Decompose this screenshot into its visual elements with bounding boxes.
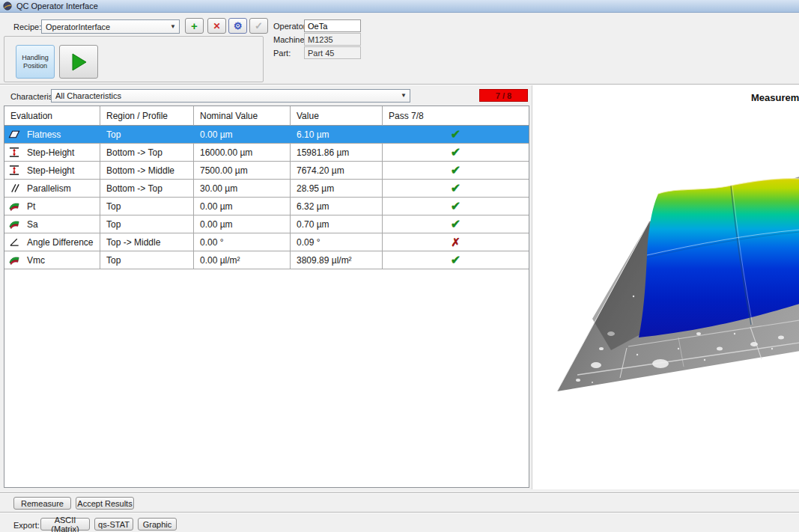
chevron-down-icon: ▼: [401, 92, 407, 99]
column-header-nominal-value[interactable]: Nominal Value: [194, 106, 291, 126]
pass-cell: ✔: [383, 144, 529, 161]
evaluation-cell: Angle Difference: [4, 233, 100, 251]
table-row-pt[interactable]: PtTop0.00 µm6.32 µm✔: [4, 198, 529, 215]
settings-button[interactable]: ⚙: [228, 18, 247, 34]
nominal-value-cell: 0.00 µm: [194, 215, 291, 233]
evaluation-label: Flatness: [27, 129, 61, 140]
evaluation-cell: Sa: [4, 215, 100, 233]
operator-field[interactable]: [304, 19, 361, 32]
pass-cell: ✔: [383, 180, 529, 197]
pass-check-icon: ✔: [451, 147, 461, 159]
table-row-step-height[interactable]: Step-HeightBottom -> Top16000.00 µm15981…: [4, 144, 529, 162]
evaluation-cell: Pt: [4, 198, 100, 215]
column-header-pass-7-8[interactable]: Pass 7/8: [383, 106, 529, 126]
accept-results-button[interactable]: Accept Results: [76, 497, 134, 510]
export-graphic-button[interactable]: Graphic: [138, 518, 177, 531]
value-cell: 6.10 µm: [291, 126, 383, 143]
column-header-value[interactable]: Value: [291, 106, 383, 126]
add-recipe-button[interactable]: +: [185, 18, 204, 34]
nominal-value-cell: 0.00 µm: [194, 198, 291, 215]
evaluation-cell: Flatness: [4, 126, 100, 143]
measurement-panel: Measurement: [532, 85, 799, 489]
pass-count-badge: 7 / 8: [479, 89, 528, 102]
pass-cell: ✔: [383, 198, 529, 215]
app-icon: [3, 1, 12, 10]
handling-position-button[interactable]: Handling Position: [16, 45, 55, 79]
export-qsstat-button[interactable]: qs-STAT: [94, 518, 133, 531]
region-profile-cell: Bottom -> Top: [100, 144, 194, 161]
surface-3d-view[interactable]: [551, 164, 799, 396]
play-icon: [70, 52, 88, 72]
measurement-view-title: Measurement: [751, 92, 799, 103]
table-row-step-height[interactable]: Step-HeightBottom -> Middle7500.00 µm767…: [4, 162, 529, 180]
pass-cell: ✔: [383, 126, 529, 143]
pass-check-icon: ✔: [451, 201, 461, 213]
column-header-evaluation[interactable]: Evaluation: [4, 106, 100, 126]
results-table: EvaluationRegion / ProfileNominal ValueV…: [4, 106, 529, 488]
part-field: [304, 46, 361, 59]
region-profile-cell: Top -> Middle: [100, 233, 194, 251]
remeasure-button[interactable]: Remeasure: [13, 497, 71, 510]
recipe-dropdown-value: OperatorInterface: [46, 22, 110, 31]
region-profile-cell: Top: [100, 215, 194, 233]
value-cell: 0.70 µm: [291, 215, 383, 233]
surface-icon: [8, 254, 20, 266]
flatness-icon: [8, 129, 20, 140]
export-ascii-button[interactable]: ASCII (Matrix): [40, 518, 90, 531]
evaluation-cell: Step-Height: [4, 162, 100, 179]
x-icon: ✕: [213, 21, 220, 31]
table-row-sa[interactable]: SaTop0.00 µm0.70 µm✔: [4, 215, 529, 233]
pass-cell: ✔: [383, 251, 529, 269]
value-cell: 15981.86 µm: [291, 144, 383, 161]
check-icon: ✓: [255, 20, 263, 31]
value-cell: 28.95 µm: [291, 180, 383, 197]
start-measurement-button[interactable]: [59, 45, 98, 79]
nominal-value-cell: 7500.00 µm: [194, 162, 291, 179]
value-cell: 3809.89 µl/m²: [291, 251, 383, 269]
region-profile-cell: Bottom -> Top: [100, 180, 194, 197]
table-row-angle-difference[interactable]: Angle DifferenceTop -> Middle0.00 °0.09 …: [4, 233, 529, 251]
step-height-icon: [8, 165, 20, 176]
operator-label: Operator:: [273, 22, 308, 31]
angle-icon: [8, 236, 20, 248]
surface-icon: [8, 218, 20, 230]
qc-operator-window: QC Operator Interface Recipe: OperatorIn…: [0, 0, 799, 532]
export-label: Export:: [13, 521, 40, 530]
value-cell: 0.09 °: [291, 233, 383, 251]
region-profile-cell: Top: [100, 198, 194, 215]
nominal-value-cell: 30.00 µm: [194, 180, 291, 197]
nominal-value-cell: 0.00 °: [194, 233, 291, 251]
value-cell: 6.32 µm: [291, 198, 383, 215]
recipe-dropdown[interactable]: OperatorInterface ▼: [41, 19, 180, 34]
pass-check-icon: ✔: [451, 165, 461, 177]
table-row-flatness[interactable]: FlatnessTop0.00 µm6.10 µm✔: [4, 126, 529, 144]
pass-cell: ✔: [383, 215, 529, 233]
characteristic-dropdown-value: All Characteristics: [55, 91, 121, 100]
column-header-region-profile[interactable]: Region / Profile: [100, 106, 194, 126]
nominal-value-cell: 0.00 µm: [194, 126, 291, 143]
pass-cell: ✗: [383, 233, 529, 251]
footer-separator-2: [0, 512, 799, 513]
characteristic-dropdown[interactable]: All Characteristics ▼: [51, 89, 410, 103]
table-row-vmc[interactable]: VmcTop0.00 µl/m²3809.89 µl/m²✔: [4, 251, 529, 269]
delete-recipe-button[interactable]: ✕: [207, 18, 226, 34]
region-profile-cell: Top: [100, 126, 194, 143]
evaluation-cell: Parallelism: [4, 180, 100, 197]
chevron-down-icon: ▼: [170, 22, 176, 29]
evaluation-cell: Vmc: [4, 251, 100, 269]
plus-icon: +: [191, 19, 198, 32]
part-label: Part:: [273, 49, 291, 58]
evaluation-label: Parallelism: [27, 183, 71, 194]
region-profile-cell: Bottom -> Middle: [100, 162, 194, 179]
table-row-parallelism[interactable]: ParallelismBottom -> Top30.00 µm28.95 µm…: [4, 180, 529, 198]
confirm-recipe-button[interactable]: ✓: [249, 18, 268, 34]
pass-check-icon: ✔: [451, 254, 461, 266]
table-header-row: EvaluationRegion / ProfileNominal ValueV…: [4, 106, 529, 126]
value-cell: 7674.20 µm: [291, 162, 383, 179]
window-title: QC Operator Interface: [16, 1, 98, 10]
evaluation-label: Pt: [27, 201, 35, 212]
evaluation-label: Vmc: [27, 255, 45, 266]
evaluation-label: Step-Height: [27, 147, 74, 158]
footer-separator-1: [0, 492, 799, 494]
evaluation-label: Step-Height: [27, 165, 74, 176]
